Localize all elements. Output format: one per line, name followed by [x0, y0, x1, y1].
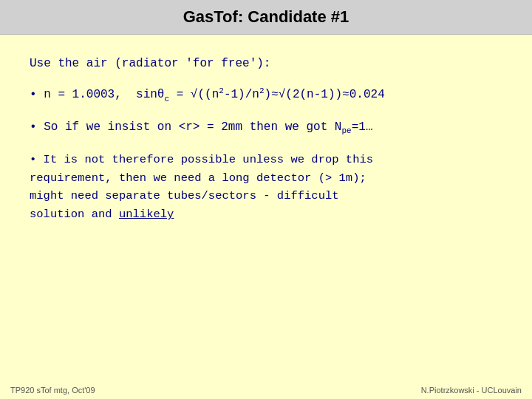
slide: GasTof: Candidate #1 Use the air (radiat… [0, 0, 532, 399]
footer-left: TP920 sTof mtg, Oct'09 [10, 386, 95, 395]
bullet-1: • n = 1.0003, sinθc = √((n2-1)/n2)≈√(2(n… [30, 85, 502, 105]
intro-text: Use the air (radiator 'for free'): [30, 57, 502, 70]
unlikely-text: unlikely [119, 208, 174, 221]
bullet-2: • So if we insist on <r> = 2mm then we g… [30, 118, 502, 137]
intro-label: Use the air (radiator 'for free'): [30, 57, 270, 70]
bullet-3: • It is not therefore possible unless we… [30, 151, 502, 224]
slide-content: Use the air (radiator 'for free'): • n =… [0, 35, 532, 383]
slide-footer: TP920 sTof mtg, Oct'09 N.Piotrzkowski - … [0, 383, 532, 399]
footer-right: N.Piotrzkowski - UCLouvain [421, 386, 522, 395]
title-text: GasTof: Candidate #1 [183, 7, 349, 26]
slide-title: GasTof: Candidate #1 [0, 0, 532, 35]
